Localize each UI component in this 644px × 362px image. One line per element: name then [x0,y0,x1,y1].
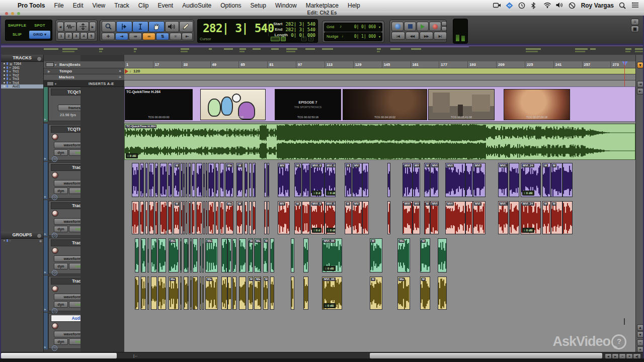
audio-clip[interactable] [149,163,154,197]
audio-clip[interactable]: M [236,163,243,197]
audio-clip[interactable]: MV [278,201,290,234]
track-2-lane[interactable]: MMaMMVMMVI_0↕ 0 dMVI_05↕ 0 dBMMVMVIMVMMV… [124,200,635,236]
audio-clip[interactable] [208,201,214,234]
dyn-button[interactable]: dyn [54,226,68,232]
audio-clip[interactable] [187,238,189,273]
video-thumbnail-5[interactable]: TCG 00:05:41:08 [428,89,495,120]
audio-clip[interactable]: MV [413,201,420,234]
menu-setup[interactable]: Setup [246,0,271,11]
audio-clip[interactable]: M [248,238,253,273]
audio-clip[interactable] [465,163,473,197]
audio-clip[interactable] [147,238,149,273]
time-machine-icon[interactable] [518,2,526,10]
track-select-strip[interactable] [44,237,48,275]
bars-beats-ruler-label[interactable]: ▾ Bars|Beats [44,61,124,68]
camera-icon[interactable] [493,2,501,10]
menu-view[interactable]: View [88,0,110,11]
audio-clip[interactable] [141,277,146,310]
counter-row-end[interactable]: End282| 3| 540 [269,27,315,32]
timebase-clock-icon[interactable]: ◷ [52,270,57,276]
audio-clip[interactable] [438,238,447,273]
mirror-midi-button[interactable]: ⇒ [129,33,142,40]
audio-clip[interactable] [158,238,166,273]
track-expand-caret[interactable]: ▶ [44,195,46,198]
audio-clip[interactable] [151,277,157,310]
track-expand-caret[interactable]: ▶ [44,270,46,274]
audio-clip[interactable] [291,277,294,310]
menu-window[interactable]: Window [271,0,301,11]
audio-clip[interactable] [245,201,248,234]
audio-clip[interactable]: Ma [397,277,410,310]
keyboard-focus-icon[interactable] [271,37,280,41]
audio-clip[interactable]: MVI_06↕ 0 dB [322,277,342,310]
audio-clip[interactable] [387,201,390,234]
quicktime-audio-clip[interactable]: TC-QuickTime H.264↕ 0 dB [124,124,635,160]
audio-clip[interactable] [132,201,139,234]
audio-clip[interactable]: M [345,201,352,234]
grid-mode-button[interactable]: GRID ▾ [29,31,50,39]
zoom-toggle-button[interactable]: ✛ [102,33,115,40]
audio-clip[interactable] [302,163,310,197]
record-enable-button[interactable] [52,134,58,140]
audio-clip[interactable] [203,163,205,197]
audio-clip[interactable]: M [420,238,430,273]
audio-clip[interactable]: Ma [225,201,233,234]
audio-clip[interactable] [141,238,146,273]
record-enable-button[interactable] [52,323,58,329]
audio-clip[interactable] [362,201,369,234]
track-expand-caret[interactable]: ▶ [44,345,46,348]
audio-clip[interactable]: MVI [473,201,486,234]
audio-clip[interactable] [253,201,256,234]
audio-clip[interactable] [220,201,224,234]
audio-clip[interactable] [181,163,183,197]
tracks-menu-icon[interactable] [37,56,42,61]
audio-clip[interactable] [208,163,214,197]
rewind-button[interactable]: ◀◀ [406,32,419,40]
main-counter-panel[interactable]: 282| 3| 540 ▾ Start282| 3| 540End282| 3|… [197,19,318,43]
audio-clip[interactable] [187,277,189,310]
audio-clip[interactable]: MVI_24↕ 0 dB [521,163,541,197]
audio-clip[interactable] [149,201,154,234]
audio-clip[interactable]: Ma [169,238,179,273]
audio-zoom-button[interactable] [64,22,76,32]
audio-clip[interactable] [132,163,139,197]
audio-clip[interactable] [186,163,187,197]
audio-clip[interactable] [189,163,191,197]
menu-clip[interactable]: Clip [134,0,153,11]
audio-clip[interactable]: M [345,163,352,197]
dnd-icon[interactable] [569,2,576,10]
audio-clip[interactable]: M [542,163,551,197]
record-enable-button[interactable] [52,286,58,292]
menu-edit[interactable]: Edit [68,0,88,11]
menu-options[interactable]: Options [216,0,246,11]
online-button[interactable] [391,22,404,31]
automation-follows-edit-button[interactable]: ≡ [170,33,182,40]
audio-clip[interactable]: Ma [254,238,261,273]
menu-audiosuite[interactable]: AudioSuite [178,0,216,11]
zoom-preset-1[interactable]: 1 [57,32,65,40]
audio-clip[interactable] [186,201,187,234]
selector-tool-button[interactable] [132,21,148,32]
record-button[interactable] [429,22,441,31]
audio-clip[interactable] [270,277,274,310]
audio-clip[interactable] [193,277,198,310]
groups-menu-icon[interactable] [37,233,42,238]
bars-ruler[interactable]: 1173349658197113129145161177193209225241… [124,61,635,68]
track-select-strip[interactable] [44,86,48,122]
audio-clip[interactable]: Ma [169,277,179,310]
track-expand-caret[interactable]: ▶ [44,308,46,311]
timebase-clock-icon[interactable]: ◷ [52,195,57,200]
record-enable-button[interactable] [52,172,58,178]
audio-clip[interactable] [227,277,231,310]
headers-hscroll-thumb[interactable] [1,353,117,358]
audio-clip[interactable]: M [174,163,180,197]
stop-button[interactable] [404,22,416,31]
audio-clip[interactable] [509,163,519,197]
audio-clip[interactable]: MVI [473,163,486,197]
horizontal-scrollbar[interactable]: |← ◂ ▸ − + ◂| [1,352,643,359]
return-to-zero-button[interactable]: |◀ [391,32,405,40]
menu-marketplace[interactable]: Marketplace [301,0,343,11]
audio-clip[interactable] [303,238,308,273]
track-1-lane[interactable]: MMaMMVMMVI_0↕ 0 dMVI_05↕ 0 dBMMVMVIMVMMV… [124,162,635,199]
audio-clip[interactable]: M [248,277,253,310]
